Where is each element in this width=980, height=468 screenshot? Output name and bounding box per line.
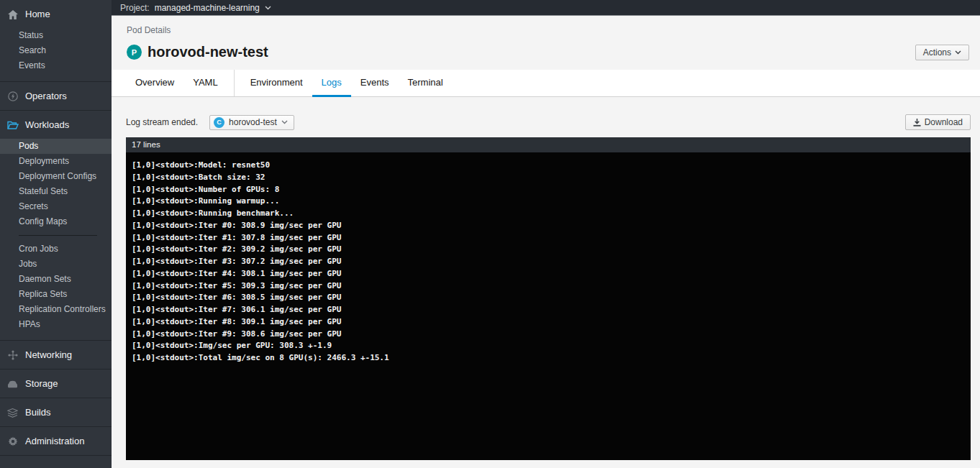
gear-icon [6, 436, 19, 446]
sidebar-section-label: Networking [25, 349, 72, 360]
container-name: horovod-test [229, 117, 277, 127]
pod-kind-badge: P [127, 45, 142, 60]
tab-logs[interactable]: Logs [312, 70, 351, 97]
container-kind-badge: C [214, 117, 224, 128]
sidebar-item-hpas[interactable]: HPAs [0, 317, 112, 332]
sidebar-section-administration[interactable]: Administration [0, 427, 112, 455]
sidebar-item-search[interactable]: Search [0, 43, 112, 58]
container-select-dropdown[interactable]: C horovod-test [209, 115, 294, 130]
sidebar-item-jobs[interactable]: Jobs [0, 257, 112, 272]
page-title: horovod-new-test [148, 44, 915, 60]
vertical-nav-sidebar: HomeStatusSearchEventsOperatorsWorkloads… [0, 0, 112, 468]
log-panel: 17 lines [1,0]<stdout>:Model: resnet50 [… [126, 137, 971, 460]
actions-button-label: Actions [923, 47, 951, 58]
sidebar-item-deployment-configs[interactable]: Deployment Configs [0, 169, 112, 184]
tab-separator [234, 70, 235, 96]
storage-icon [6, 379, 19, 388]
sidebar-section-label: Workloads [25, 119, 69, 130]
project-label: Project: [120, 3, 150, 13]
sidebar-item-replica-sets[interactable]: Replica Sets [0, 287, 112, 302]
main-area: Project: managed-machine-learning Pod De… [112, 0, 980, 468]
sidebar-section-workloads[interactable]: Workloads [0, 111, 112, 139]
sidebar-section-label: Builds [25, 407, 50, 418]
tab-environment[interactable]: Environment [241, 70, 312, 97]
sidebar-item-events[interactable]: Events [0, 58, 112, 73]
sidebar-item-replication-controllers[interactable]: Replication Controllers [0, 302, 112, 317]
sidebar-section-items: PodsDeploymentsDeployment ConfigsStatefu… [0, 139, 112, 340]
operators-icon [6, 91, 19, 101]
page-header: Pod Details P horovod-new-test Actions [112, 16, 980, 60]
nav-section-divider [0, 455, 112, 456]
download-button-label: Download [925, 117, 963, 127]
tab-events[interactable]: Events [351, 70, 399, 97]
sidebar-section-label: Storage [25, 378, 58, 389]
logs-tab-content: Log stream ended. C horovod-test Downloa… [112, 97, 980, 468]
sidebar-section-networking[interactable]: Networking [0, 341, 112, 369]
builds-icon [6, 407, 19, 417]
sidebar-item-config-maps[interactable]: Config Maps [0, 214, 112, 229]
app-window: HomeStatusSearchEventsOperatorsWorkloads… [0, 0, 980, 468]
sidebar-section-label: Operators [25, 91, 67, 101]
sidebar-section-builds[interactable]: Builds [0, 398, 112, 426]
pod-detail-tabs: OverviewYAMLEnvironmentLogsEventsTermina… [112, 70, 980, 97]
sidebar-section-label: Administration [25, 436, 84, 446]
sidebar-item-deployments[interactable]: Deployments [0, 154, 112, 169]
sidebar-section-label: Home [25, 9, 50, 19]
sidebar-item-stateful-sets[interactable]: Stateful Sets [0, 184, 112, 199]
project-bar: Project: managed-machine-learning [112, 0, 980, 16]
sidebar-section-storage[interactable]: Storage [0, 370, 112, 398]
home-icon [6, 9, 19, 19]
sidebar-section-items: StatusSearchEvents [0, 28, 112, 81]
chevron-down-icon[interactable] [265, 1, 271, 14]
log-stream-status: Log stream ended. [126, 117, 198, 127]
log-line-count: 17 lines [126, 137, 971, 152]
log-toolbar: Log stream ended. C horovod-test Downloa… [126, 114, 971, 130]
tab-terminal[interactable]: Terminal [399, 70, 453, 97]
tab-yaml[interactable]: YAML [183, 70, 227, 97]
sidebar-item-cron-jobs[interactable]: Cron Jobs [0, 242, 112, 257]
sidebar-item-status[interactable]: Status [0, 28, 112, 43]
chevron-down-icon [281, 120, 288, 124]
nav-item-divider [19, 235, 97, 236]
download-icon [913, 119, 921, 127]
project-selector[interactable]: managed-machine-learning [155, 3, 260, 13]
sidebar-section-home[interactable]: Home [0, 0, 112, 28]
sidebar-item-daemon-sets[interactable]: Daemon Sets [0, 272, 112, 287]
sidebar-section-operators[interactable]: Operators [0, 82, 112, 110]
folder-open-icon [6, 120, 19, 130]
sidebar-item-secrets[interactable]: Secrets [0, 199, 112, 214]
breadcrumb[interactable]: Pod Details [127, 25, 969, 35]
chevron-down-icon [955, 50, 961, 55]
networking-icon [6, 349, 19, 360]
tab-overview[interactable]: Overview [126, 70, 183, 97]
download-button[interactable]: Download [905, 114, 971, 130]
log-output[interactable]: [1,0]<stdout>:Model: resnet50 [1,0]<stdo… [126, 152, 971, 460]
actions-button[interactable]: Actions [915, 45, 969, 60]
sidebar-item-pods[interactable]: Pods [0, 139, 112, 154]
